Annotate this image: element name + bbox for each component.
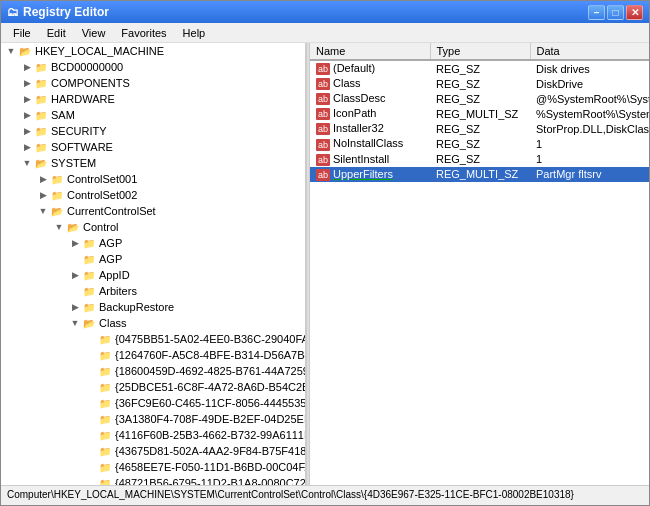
values-scroll[interactable]: Name Type Data ab(Default)REG_SZDisk dri… bbox=[310, 43, 649, 485]
value-name-text: UpperFilters bbox=[333, 168, 393, 180]
table-row[interactable]: abUpperFiltersREG_MULTI_SZPartMgr fltsrv bbox=[310, 167, 649, 182]
tree-expander: ▶ bbox=[19, 110, 35, 120]
col-type[interactable]: Type bbox=[430, 43, 530, 60]
tree-expander: ▶ bbox=[19, 78, 35, 88]
tree-label: {4658EE7E-F050-11D1-B6BD-00C04FA372A7} bbox=[115, 461, 305, 473]
folder-icon: 📁 bbox=[35, 126, 49, 137]
folder-icon: 📁 bbox=[35, 94, 49, 105]
table-row[interactable]: abClassREG_SZDiskDrive bbox=[310, 76, 649, 91]
tree-label: Control bbox=[83, 221, 118, 233]
value-type: REG_SZ bbox=[430, 136, 530, 151]
folder-icon: 📂 bbox=[51, 206, 65, 217]
reg-value-icon: ab bbox=[316, 93, 330, 105]
menu-favorites[interactable]: Favorites bbox=[113, 25, 174, 41]
close-button[interactable]: ✕ bbox=[626, 5, 643, 20]
tree-item-guid7[interactable]: 📁{4116F60B-25B3-4662-B732-99A6111EDC08} bbox=[1, 427, 305, 443]
tree-item-ccs001[interactable]: ▶📁ControlSet001 bbox=[1, 171, 305, 187]
tree-label: HARDWARE bbox=[51, 93, 115, 105]
table-row[interactable]: abIconPathREG_MULTI_SZ%SystemRoot%\Syste… bbox=[310, 106, 649, 121]
col-data[interactable]: Data bbox=[530, 43, 649, 60]
tree-label: SAM bbox=[51, 109, 75, 121]
tree-item-hardware[interactable]: ▶📁HARDWARE bbox=[1, 91, 305, 107]
table-row[interactable]: abNoInstallClassREG_SZ1 bbox=[310, 136, 649, 151]
tree-item-sam[interactable]: ▶📁SAM bbox=[1, 107, 305, 123]
reg-value-icon: ab bbox=[316, 78, 330, 90]
tree-item-system[interactable]: ▼📂SYSTEM bbox=[1, 155, 305, 171]
tree-expander: ▼ bbox=[3, 46, 19, 56]
folder-icon: 📁 bbox=[83, 238, 97, 249]
tree-item-guid10[interactable]: 📁{48721B56-6795-11D2-B1A8-0080C72E74A2} bbox=[1, 475, 305, 485]
tree-label: AGP bbox=[99, 253, 122, 265]
tree-item-backuprestore[interactable]: ▶📁BackupRestore bbox=[1, 299, 305, 315]
tree-label: SECURITY bbox=[51, 125, 107, 137]
table-row[interactable]: abSilentInstallREG_SZ1 bbox=[310, 152, 649, 167]
tree-item-guid3[interactable]: 📁{18600459D-4692-4825-B761-44A725991050} bbox=[1, 363, 305, 379]
table-row[interactable]: abInstaller32REG_SZStorProp.DLL,DiskClas… bbox=[310, 121, 649, 136]
tree-item-guid9[interactable]: 📁{4658EE7E-F050-11D1-B6BD-00C04FA372A7} bbox=[1, 459, 305, 475]
menu-view[interactable]: View bbox=[74, 25, 114, 41]
tree-item-class[interactable]: ▼📂Class bbox=[1, 315, 305, 331]
folder-icon: 📁 bbox=[99, 350, 113, 361]
value-type: REG_MULTI_SZ bbox=[430, 106, 530, 121]
status-bar: Computer\HKEY_LOCAL_MACHINE\SYSTEM\Curre… bbox=[1, 485, 649, 505]
tree-expander: ▼ bbox=[19, 158, 35, 168]
tree-item-agp2[interactable]: 📁AGP bbox=[1, 251, 305, 267]
value-name: abIconPath bbox=[310, 106, 430, 121]
value-name: abInstaller32 bbox=[310, 121, 430, 136]
main-content: ▼📂HKEY_LOCAL_MACHINE▶📁BCD00000000▶📁COMPO… bbox=[1, 43, 649, 485]
value-data: 1 bbox=[530, 152, 649, 167]
folder-icon: 📂 bbox=[19, 46, 33, 57]
tree-label: {1264760F-A5C8-4BFE-B314-D56A7B44A362} bbox=[115, 349, 305, 361]
folder-icon: 📁 bbox=[83, 254, 97, 265]
tree-item-guid5[interactable]: 📁{36FC9E60-C465-11CF-8056-444553540000} bbox=[1, 395, 305, 411]
folder-icon: 📁 bbox=[83, 270, 97, 281]
tree-item-currentcs[interactable]: ▼📂CurrentControlSet bbox=[1, 203, 305, 219]
value-name: abNoInstallClass bbox=[310, 136, 430, 151]
title-controls: – □ ✕ bbox=[588, 5, 643, 20]
tree-item-ccs002[interactable]: ▶📁ControlSet002 bbox=[1, 187, 305, 203]
tree-expander: ▶ bbox=[35, 190, 51, 200]
values-table: Name Type Data ab(Default)REG_SZDisk dri… bbox=[310, 43, 649, 182]
tree-expander: ▶ bbox=[19, 142, 35, 152]
tree-label: {43675D81-502A-4AA2-9F84-B75F418C5DEA} bbox=[115, 445, 305, 457]
menu-help[interactable]: Help bbox=[175, 25, 214, 41]
tree-item-agp[interactable]: ▶📁AGP bbox=[1, 235, 305, 251]
reg-value-icon: ab bbox=[316, 123, 330, 135]
tree-item-control[interactable]: ▼📂Control bbox=[1, 219, 305, 235]
tree-expander: ▶ bbox=[19, 126, 35, 136]
table-row[interactable]: abClassDescREG_SZ@%SystemRoot%\System32\… bbox=[310, 91, 649, 106]
tree-expander: ▼ bbox=[51, 222, 67, 232]
tree-item-security[interactable]: ▶📁SECURITY bbox=[1, 123, 305, 139]
tree-item-bcd[interactable]: ▶📁BCD00000000 bbox=[1, 59, 305, 75]
tree-label: BCD00000000 bbox=[51, 61, 123, 73]
tree-item-arbiters[interactable]: 📁Arbiters bbox=[1, 283, 305, 299]
maximize-button[interactable]: □ bbox=[607, 5, 624, 20]
tree-item-appid[interactable]: ▶📁AppID bbox=[1, 267, 305, 283]
tree-label: {3A1380F4-708F-49DE-B2EF-04D25EB009D5} bbox=[115, 413, 305, 425]
reg-value-icon: ab bbox=[316, 63, 330, 75]
tree-item-hklm[interactable]: ▼📂HKEY_LOCAL_MACHINE bbox=[1, 43, 305, 59]
reg-value-icon: ab bbox=[316, 108, 330, 120]
tree-item-guid1[interactable]: 📁{0475BB51-5A02-4EE0-B36C-29040FAD2650} bbox=[1, 331, 305, 347]
title-bar-left: 🗂 Registry Editor bbox=[7, 5, 109, 19]
value-data: StorProp.DLL,DiskClassInstaller bbox=[530, 121, 649, 136]
folder-icon: 📁 bbox=[99, 398, 113, 409]
status-text: Computer\HKEY_LOCAL_MACHINE\SYSTEM\Curre… bbox=[7, 489, 574, 500]
tree-item-components[interactable]: ▶📁COMPONENTS bbox=[1, 75, 305, 91]
tree-item-guid8[interactable]: 📁{43675D81-502A-4AA2-9F84-B75F418C5DEA} bbox=[1, 443, 305, 459]
menu-edit[interactable]: Edit bbox=[39, 25, 74, 41]
value-data: 1 bbox=[530, 136, 649, 151]
tree-item-guid2[interactable]: 📁{1264760F-A5C8-4BFE-B314-D56A7B44A362} bbox=[1, 347, 305, 363]
table-row[interactable]: ab(Default)REG_SZDisk drives bbox=[310, 60, 649, 76]
col-name[interactable]: Name bbox=[310, 43, 430, 60]
minimize-button[interactable]: – bbox=[588, 5, 605, 20]
menu-bar: File Edit View Favorites Help bbox=[1, 23, 649, 43]
tree-item-software[interactable]: ▶📁SOFTWARE bbox=[1, 139, 305, 155]
folder-icon: 📁 bbox=[99, 478, 113, 486]
tree-scroll[interactable]: ▼📂HKEY_LOCAL_MACHINE▶📁BCD00000000▶📁COMPO… bbox=[1, 43, 305, 485]
menu-file[interactable]: File bbox=[5, 25, 39, 41]
tree-label: {36FC9E60-C465-11CF-8056-444553540000} bbox=[115, 397, 305, 409]
tree-label: Arbiters bbox=[99, 285, 137, 297]
tree-item-guid4[interactable]: 📁{25DBCE51-6C8F-4A72-8A6D-B54C2B4FC835} bbox=[1, 379, 305, 395]
tree-item-guid6[interactable]: 📁{3A1380F4-708F-49DE-B2EF-04D25EB009D5} bbox=[1, 411, 305, 427]
